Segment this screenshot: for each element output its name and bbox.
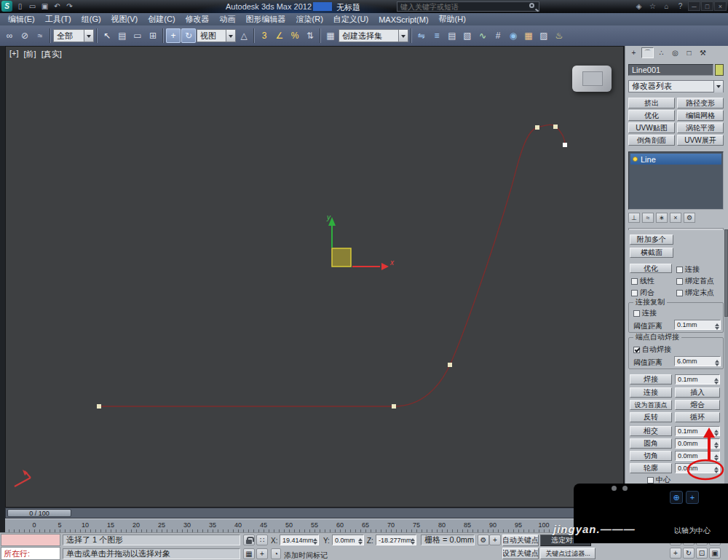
panel-scrollbar-thumb[interactable] [724,229,728,317]
edit-named-selections-icon[interactable]: ▦ [323,28,338,43]
tab-motion[interactable]: ◎ [669,47,681,58]
tab-create[interactable]: + [628,47,640,58]
chevron-down-icon[interactable] [398,30,408,42]
lock-selection-icon[interactable] [243,535,255,545]
vertex-marker[interactable] [553,125,558,129]
connect-checkbox[interactable] [676,267,683,273]
bind-to-spacewarp-icon[interactable]: ≈ [33,28,47,43]
reverse-button[interactable]: 反转 [630,412,672,422]
menu-item[interactable]: 视图(V) [106,13,143,25]
bind-last-checkbox[interactable] [676,290,683,296]
stack-item-line[interactable]: Line [630,154,721,165]
menu-item[interactable]: 图形编辑器 [241,13,291,25]
new-file-icon[interactable]: ▯ [15,1,25,12]
rendered-frame-icon[interactable]: ▨ [537,28,551,43]
material-editor-icon[interactable]: ◉ [506,28,521,43]
select-object-icon[interactable]: ↖ [100,28,114,43]
attach-multiple-button[interactable]: 附加多个 [630,234,673,245]
axis-constraint-icon[interactable]: ∷ [256,535,268,545]
render-production-icon[interactable]: ♨ [552,28,566,43]
trackbar-ruler[interactable]: 0510152025303540455055606570758085909510… [5,518,624,533]
tab-modify[interactable]: ⌒ [641,47,654,58]
fillet-spinner[interactable]: 0.0mm [675,438,720,449]
graphite-ribbon-icon[interactable]: ▧ [460,28,475,43]
outline-spinner[interactable]: 0.0mm [675,463,720,473]
object-name-field[interactable]: Line001 [628,64,713,76]
menu-item[interactable]: 编辑(E) [3,13,40,25]
modifier-button-pathdeform[interactable]: 路径变形 [677,98,724,109]
viewport-pov-menu[interactable]: [前] [24,49,36,60]
orbit-icon[interactable]: ↻ [683,548,695,559]
maximize-button[interactable]: □ [701,1,713,11]
weld-threshold-spinner[interactable]: 0.1mm [675,374,720,384]
object-color-swatch[interactable] [715,64,724,76]
chevron-down-icon[interactable] [84,30,93,42]
curve-editor-icon[interactable]: ∿ [475,28,490,43]
window-crossing-icon[interactable]: ⊞ [146,28,160,43]
chevron-down-icon[interactable] [713,81,723,92]
select-and-link-icon[interactable]: ∞ [2,28,17,43]
modifier-button-unwrapuvw[interactable]: UVW展开 [677,135,724,146]
menu-item[interactable]: 创建(C) [143,13,180,25]
modifier-list-dropdown[interactable]: 修改器列表 [628,80,724,92]
modifier-button-uvwmap[interactable]: UVW贴图 [628,122,675,133]
vertex-marker[interactable] [563,143,567,147]
chevron-down-icon[interactable] [226,30,235,42]
time-slider-track[interactable]: 0 / 100 [5,508,624,518]
x-coordinate-field[interactable]: 19.414mm [280,535,319,545]
center-checkbox[interactable] [647,477,654,484]
favorites-icon[interactable]: ☆ [647,1,658,11]
viewport-front[interactable]: [+] [前] [真实] y [5,46,624,508]
make-unique-icon[interactable]: ∗ [656,213,668,223]
pan-icon[interactable]: + [670,548,681,559]
minimize-button[interactable]: ─ [688,1,700,11]
connect-copy-threshold-spinner[interactable]: 0.1mm [674,320,721,330]
close-button[interactable]: × [714,1,727,11]
render-setup-icon[interactable]: ▦ [521,28,536,43]
rect-region-icon[interactable]: ▭ [130,28,145,43]
modifier-stack[interactable]: Line [628,151,724,210]
select-by-name-icon[interactable]: ▤ [115,28,130,43]
angle-snap-icon[interactable]: ∠ [272,28,287,43]
viewport-general-menu[interactable]: [+] [9,49,19,60]
outline-button[interactable]: 轮廓 [630,463,672,473]
cycle-button[interactable]: 循环 [675,412,720,422]
zoom-region-icon[interactable]: ⊡ [696,548,708,559]
home-icon[interactable]: ⌂ [661,1,672,11]
save-file-icon[interactable]: ▣ [39,1,50,12]
remove-modifier-icon[interactable]: × [670,213,681,223]
search-icon[interactable] [529,3,534,8]
tab-display[interactable]: □ [683,47,695,58]
fillet-button[interactable]: 圆角 [630,438,672,449]
gizmo-x-arrowhead[interactable] [381,263,389,270]
key-filters-button[interactable]: 关键点过滤器... [540,548,596,559]
auto-weld-checkbox[interactable] [633,347,640,353]
named-selection-set-combo[interactable]: 创建选择集 [339,29,408,42]
menu-item[interactable]: 工具(T) [40,13,76,25]
offset-mode-icon[interactable]: + [489,535,501,545]
menu-item[interactable]: 动画 [215,13,241,25]
menu-item[interactable]: 组(G) [76,13,106,25]
select-and-scale-icon[interactable]: △ [237,28,251,43]
maxscript-mini-listener-bottom[interactable]: 所在行: [1,547,60,560]
menu-item[interactable]: MAXScript(M) [373,13,433,25]
show-end-result-icon[interactable]: ≈ [642,213,654,223]
unlink-selection-icon[interactable]: ⊘ [17,28,32,43]
align-icon[interactable]: ≡ [430,28,444,43]
vertex-marker[interactable] [448,363,452,367]
visibility-bulb-icon[interactable] [633,157,638,162]
vertex-marker[interactable] [97,404,101,409]
layer-manager-icon[interactable]: ▤ [445,28,459,43]
selection-filter-combo[interactable]: 全部 [53,29,94,42]
gear-icon[interactable]: ⚙ [478,535,489,545]
chamfer-spinner[interactable]: 0.0mm [675,451,720,461]
modifier-button-editmesh[interactable]: 编辑网格 [677,110,724,121]
refine-button[interactable]: 优化 [630,264,672,273]
modifier-button-bevelprofile[interactable]: 倒角剖面 [628,135,675,146]
linear-checkbox[interactable] [631,278,638,285]
spinner-snap-icon[interactable]: ⇅ [303,28,317,43]
maxscript-mini-listener-top[interactable] [1,534,60,546]
modifier-button-turbosmooth[interactable]: 涡轮平滑 [677,122,724,133]
tab-utilities[interactable]: ⚒ [697,47,709,58]
select-and-rotate-icon[interactable]: ↻ [181,28,196,43]
